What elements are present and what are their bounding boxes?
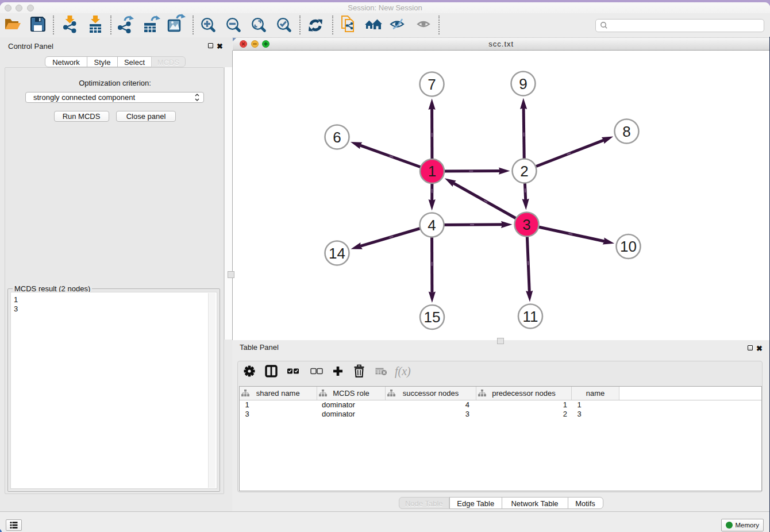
svg-text:8: 8 (622, 122, 630, 140)
svg-text:6: 6 (333, 128, 341, 145)
svg-text:7: 7 (428, 75, 436, 92)
svg-text:11: 11 (522, 307, 538, 325)
svg-text:15: 15 (424, 309, 440, 326)
svg-text:1: 1 (428, 163, 436, 180)
svg-text:2: 2 (520, 162, 528, 179)
svg-text:14: 14 (329, 244, 345, 261)
svg-text:4: 4 (428, 216, 436, 233)
svg-text:9: 9 (519, 75, 527, 92)
svg-text:3: 3 (522, 215, 530, 233)
svg-text:f(x): f(x) (395, 365, 411, 378)
svg-text:10: 10 (620, 238, 637, 255)
